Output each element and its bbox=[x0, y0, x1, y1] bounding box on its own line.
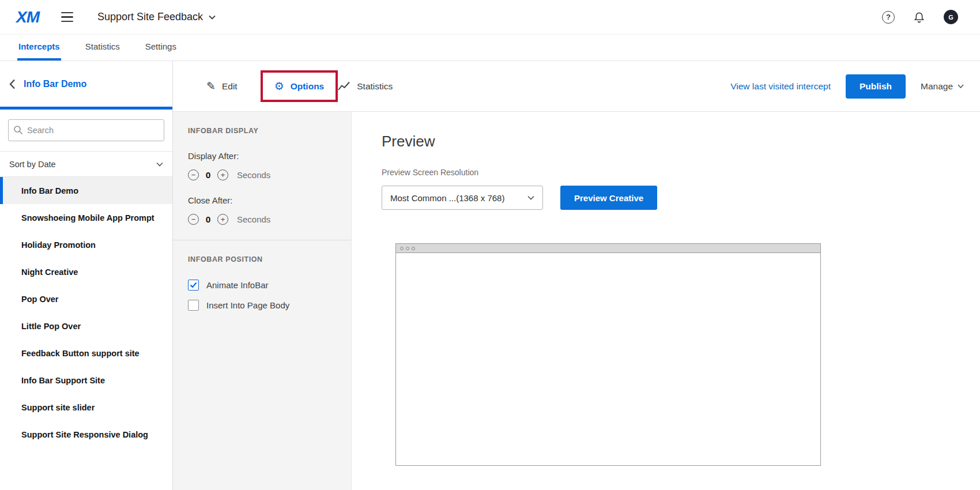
publish-button[interactable]: Publish bbox=[846, 74, 906, 99]
list-item[interactable]: Support Site Responsive Dialog bbox=[0, 421, 172, 448]
list-item[interactable]: Night Creative bbox=[0, 258, 172, 285]
notifications-bell-icon[interactable] bbox=[913, 11, 925, 24]
decrement-button[interactable]: − bbox=[188, 169, 199, 180]
seconds-label: Seconds bbox=[237, 214, 270, 224]
sort-label: Sort by Date bbox=[9, 160, 56, 169]
xm-logo: XM bbox=[16, 8, 39, 27]
options-label: Options bbox=[291, 81, 325, 92]
chevron-down-icon bbox=[958, 84, 964, 88]
resolution-value: Most Common ...(1368 x 768) bbox=[390, 193, 504, 203]
help-icon[interactable]: ? bbox=[882, 11, 895, 24]
animate-infobar-label: Animate InfoBar bbox=[206, 280, 269, 290]
statistics-label: Statistics bbox=[357, 81, 393, 92]
manage-dropdown[interactable]: Manage bbox=[921, 81, 964, 92]
list-item[interactable]: Little Pop Over bbox=[0, 312, 172, 340]
sidebar-header: Info Bar Demo bbox=[0, 61, 172, 110]
window-dot-icon bbox=[412, 247, 415, 250]
view-last-intercept-link[interactable]: View last visited intercept bbox=[730, 81, 831, 92]
list-item[interactable]: Info Bar Support Site bbox=[0, 367, 172, 394]
preview-creative-button[interactable]: Preview Creative bbox=[560, 186, 657, 210]
resolution-select[interactable]: Most Common ...(1368 x 768) bbox=[382, 186, 543, 210]
project-tabs: Intercepts Statistics Settings bbox=[0, 35, 980, 61]
hamburger-menu-icon[interactable] bbox=[59, 10, 76, 25]
list-item[interactable]: Snowshoeing Mobile App Prompt bbox=[0, 204, 172, 231]
insert-into-page-body-checkbox-row[interactable]: Insert Into Page Body bbox=[188, 300, 336, 311]
display-after-stepper: − 0 + Seconds bbox=[188, 169, 336, 180]
list-item[interactable]: Feedback Button support site bbox=[0, 340, 172, 367]
work-row: INFOBAR DISPLAY Display After: − 0 + Sec… bbox=[173, 112, 980, 490]
statistics-button[interactable]: Statistics bbox=[338, 81, 393, 92]
topbar-actions: ? G bbox=[882, 10, 958, 24]
pencil-icon: ✎ bbox=[206, 80, 216, 93]
chevron-down-icon bbox=[209, 15, 216, 20]
gear-icon: ⚙ bbox=[274, 80, 284, 93]
panel-divider bbox=[173, 240, 351, 240]
browser-chrome-bar bbox=[396, 244, 820, 253]
project-title: Support Site Feedback bbox=[97, 11, 203, 23]
options-button-annotated[interactable]: ⚙ Options bbox=[261, 70, 338, 102]
close-after-stepper: − 0 + Seconds bbox=[188, 214, 336, 225]
resolution-label: Preview Screen Resolution bbox=[382, 168, 980, 177]
manage-label: Manage bbox=[921, 81, 953, 92]
preview-controls: Most Common ...(1368 x 768) Preview Crea… bbox=[382, 186, 980, 210]
preview-pane: Preview Preview Screen Resolution Most C… bbox=[352, 112, 980, 490]
checkbox-unchecked-icon[interactable] bbox=[188, 300, 199, 311]
user-avatar[interactable]: G bbox=[944, 10, 958, 24]
window-dot-icon bbox=[406, 247, 409, 250]
chevron-down-icon bbox=[156, 162, 163, 167]
close-after-label: Close After: bbox=[188, 195, 336, 205]
intercept-list: Info Bar Demo Snowshoeing Mobile App Pro… bbox=[0, 177, 172, 490]
close-after-value: 0 bbox=[205, 214, 211, 225]
options-panel: INFOBAR DISPLAY Display After: − 0 + Sec… bbox=[173, 112, 352, 490]
search-icon bbox=[13, 125, 23, 135]
checkbox-checked-icon[interactable] bbox=[188, 280, 199, 291]
top-bar: XM Support Site Feedback ? G bbox=[0, 0, 980, 35]
insert-into-page-body-label: Insert Into Page Body bbox=[206, 300, 289, 310]
stats-line-icon bbox=[338, 81, 350, 91]
list-item[interactable]: Support site slider bbox=[0, 394, 172, 421]
seconds-label: Seconds bbox=[237, 170, 270, 180]
increment-button[interactable]: + bbox=[217, 169, 228, 180]
sort-dropdown[interactable]: Sort by Date bbox=[0, 151, 172, 177]
preview-heading: Preview bbox=[382, 133, 980, 150]
project-title-dropdown[interactable]: Support Site Feedback bbox=[97, 11, 216, 23]
search-area bbox=[0, 110, 172, 151]
decrement-button[interactable]: − bbox=[188, 214, 199, 225]
help-glyph: ? bbox=[886, 13, 891, 21]
display-after-value: 0 bbox=[205, 170, 211, 180]
chevron-down-icon bbox=[527, 195, 534, 200]
content-root: Info Bar Demo Sort by Date Info Bar Demo… bbox=[0, 61, 980, 490]
intercept-toolbar: ✎ Edit ⚙ Options Statistics View last vi… bbox=[173, 61, 980, 112]
edit-label: Edit bbox=[222, 81, 238, 92]
browser-preview-frame bbox=[395, 243, 821, 466]
toolbar-right: View last visited intercept Publish Mana… bbox=[730, 74, 964, 99]
list-item[interactable]: Holiday Promotion bbox=[0, 231, 172, 258]
back-chevron-icon[interactable] bbox=[9, 79, 16, 89]
edit-button[interactable]: ✎ Edit bbox=[206, 80, 238, 93]
intercepts-sidebar: Info Bar Demo Sort by Date Info Bar Demo… bbox=[0, 61, 173, 490]
infobar-display-heading: INFOBAR DISPLAY bbox=[188, 127, 336, 135]
tab-statistics[interactable]: Statistics bbox=[84, 35, 121, 61]
increment-button[interactable]: + bbox=[217, 214, 228, 225]
list-item[interactable]: Info Bar Demo bbox=[0, 177, 172, 204]
search-input[interactable] bbox=[8, 119, 164, 141]
tab-intercepts[interactable]: Intercepts bbox=[17, 35, 61, 61]
infobar-position-heading: INFOBAR POSITION bbox=[188, 255, 336, 263]
display-after-label: Display After: bbox=[188, 151, 336, 161]
current-intercept-name[interactable]: Info Bar Demo bbox=[24, 79, 86, 89]
window-dot-icon bbox=[400, 247, 404, 250]
main-area: ✎ Edit ⚙ Options Statistics View last vi… bbox=[173, 61, 980, 490]
list-item[interactable]: Pop Over bbox=[0, 285, 172, 312]
tab-settings[interactable]: Settings bbox=[144, 35, 178, 61]
animate-infobar-checkbox-row[interactable]: Animate InfoBar bbox=[188, 280, 336, 291]
